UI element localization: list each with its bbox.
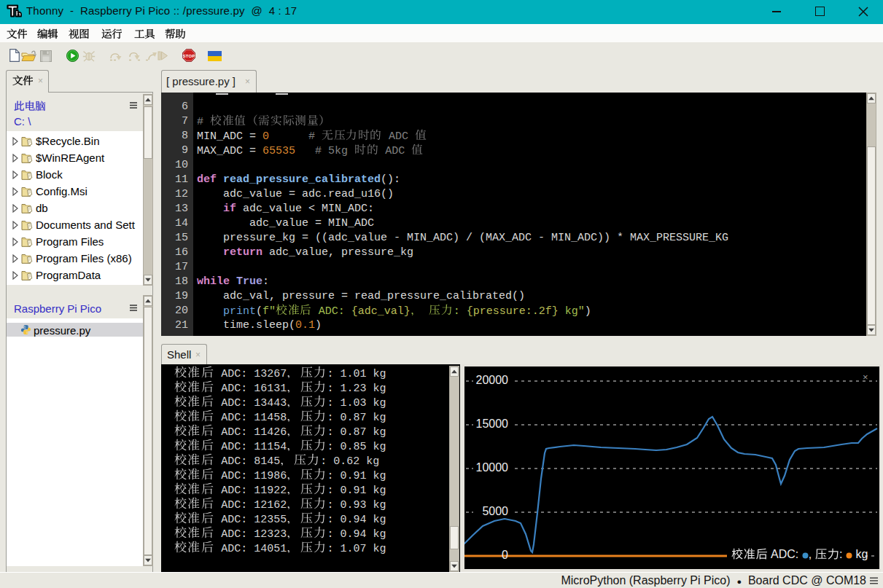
svg-text:STOP: STOP: [183, 54, 195, 58]
